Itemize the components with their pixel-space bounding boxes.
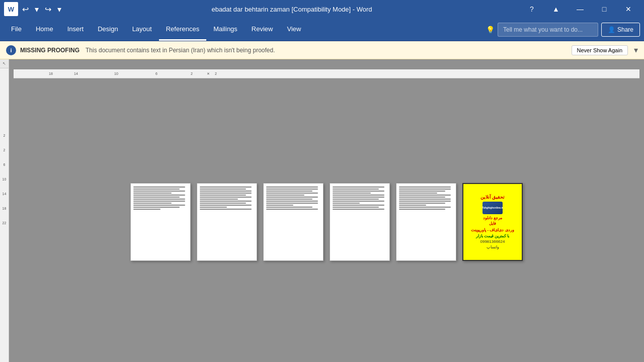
thumb-line: [133, 193, 172, 194]
ruler-corner: ↖: [0, 59, 9, 68]
thumb-line: [200, 195, 246, 196]
undo-dropdown-button[interactable]: ▾: [33, 2, 41, 16]
thumb-line: [133, 203, 172, 204]
search-input[interactable]: [498, 23, 598, 37]
thumb-line: [399, 199, 451, 200]
ribbon: File Home Insert Design Layout Reference…: [0, 18, 644, 41]
thumb-line: [133, 191, 185, 192]
thumb-line: [266, 187, 318, 188]
thumb-line: [333, 203, 360, 204]
thumb-line: [333, 197, 384, 198]
thumb-line: [399, 205, 426, 206]
ruler-v-2b: 2: [4, 148, 6, 152]
close-button[interactable]: ✕: [617, 0, 640, 18]
advert-content: تحقیق آنلاین Tahghighonline.ir مرجع دانل…: [465, 186, 520, 258]
tab-insert[interactable]: Insert: [60, 18, 91, 41]
thumb-line: [133, 189, 180, 190]
ruler-mark-10: 10: [111, 72, 121, 75]
title-bar-right: ? ▲ — □ ✕: [520, 0, 640, 18]
tab-design[interactable]: Design: [91, 18, 125, 41]
title-bar: W ↩ ▾ ↪ ▾ ebadat dar behtarin zaman [Com…: [0, 0, 644, 18]
thumb-line: [133, 209, 160, 210]
ruler-mark-18: 18: [46, 72, 56, 75]
thumb-line: [266, 197, 318, 198]
tab-review[interactable]: Review: [245, 18, 280, 41]
thumb-line: [133, 207, 180, 208]
horizontal-ruler: 18 14 10 6 2 ✕ 2: [14, 69, 639, 78]
thumb-line: [266, 189, 318, 190]
thumb-line: [200, 209, 252, 210]
tab-references[interactable]: References: [159, 18, 206, 41]
advert-phone: 09981366624: [480, 239, 505, 244]
thumb-line: [266, 205, 293, 206]
notification-close-button[interactable]: ▾: [634, 45, 638, 55]
page-1-thumbnail[interactable]: [130, 183, 191, 261]
thumb-line: [333, 201, 384, 202]
undo-button[interactable]: ↩: [20, 2, 31, 16]
advert-logo: Tahghighonline.ir: [482, 202, 503, 214]
thumb-line: [200, 187, 252, 188]
thumb-line: [333, 205, 384, 206]
thumb-line: [133, 197, 180, 198]
page-5-thumbnail[interactable]: [396, 183, 456, 261]
search-lightbulb-icon: 💡: [486, 26, 495, 34]
thumb-line: [399, 189, 451, 190]
word-icon: W: [4, 2, 18, 16]
tab-mailings[interactable]: Mailings: [206, 18, 245, 41]
ruler-v-6: 6: [4, 163, 6, 166]
thumb-line: [333, 193, 371, 194]
thumb-line: [333, 195, 384, 196]
thumb-line: [133, 201, 185, 202]
tab-view[interactable]: View: [280, 18, 308, 41]
notification-text: This document contains text in Persian (…: [86, 47, 275, 54]
page-3-thumbnail[interactable]: [263, 183, 324, 261]
thumb-line: [133, 195, 185, 196]
thumb-line: [266, 207, 312, 208]
thumb-line: [200, 197, 252, 198]
ruler-mark-2b: 2: [211, 72, 221, 75]
never-show-again-button[interactable]: Never Show Again: [572, 45, 628, 55]
ruler-mark-14: 14: [71, 72, 81, 75]
page-6-advertisement-thumbnail[interactable]: تحقیق آنلاین Tahghighonline.ir مرجع دانل…: [462, 183, 523, 261]
notification-title: MISSING PROOFING: [20, 47, 79, 54]
thumb-line: [266, 201, 318, 202]
ruler-zero-area: ✕ 2: [207, 72, 221, 76]
ruler-mark-2a: 2: [187, 72, 197, 75]
tab-file[interactable]: File: [4, 18, 29, 41]
ruler-v-22: 22: [3, 221, 7, 225]
thumb-line: [399, 195, 451, 196]
thumb-line: [200, 199, 238, 200]
thumb-line: [333, 199, 379, 200]
thumbnail-row: تحقیق آنلاین Tahghighonline.ir مرجع دانل…: [130, 183, 523, 261]
title-bar-left: W ↩ ▾ ↪ ▾: [4, 2, 63, 16]
thumb-line: [333, 209, 384, 210]
thumb-line: [399, 201, 451, 202]
thumb-line: [266, 203, 318, 204]
tab-layout[interactable]: Layout: [125, 18, 159, 41]
page-2-thumbnail[interactable]: [197, 183, 257, 261]
help-button[interactable]: ?: [520, 0, 543, 18]
thumb-line: [133, 199, 185, 200]
thumb-line: [133, 187, 185, 188]
thumb-line: [266, 209, 318, 210]
share-button[interactable]: 👤 Share: [601, 23, 640, 37]
tab-home[interactable]: Home: [29, 18, 60, 41]
ruler-v-14: 14: [3, 192, 7, 196]
page-4-thumbnail[interactable]: [330, 183, 390, 261]
notification-icon: i: [6, 45, 16, 55]
advert-desc: مرجع دانلود فایل: [483, 215, 502, 226]
ruler-v-2a: 2: [4, 134, 6, 137]
thumb-line: [200, 189, 246, 190]
document-area: ↖ 2 2 6 10 14 18 22 18 14 10 6 2 ✕ 2: [0, 59, 644, 362]
minimize-button[interactable]: —: [569, 0, 592, 18]
advert-contact: واتساپ: [487, 245, 499, 249]
advert-title-line1: تحقیق آنلاین: [480, 195, 505, 201]
redo-button[interactable]: ↪: [43, 2, 53, 16]
thumb-line: [200, 207, 227, 208]
maximize-button[interactable]: □: [593, 0, 616, 18]
ribbon-display-button[interactable]: ▲: [544, 0, 568, 18]
thumb-line: [399, 191, 445, 192]
customize-quick-access-button[interactable]: ▾: [55, 2, 63, 16]
thumb-line: [399, 193, 437, 194]
main-content: 18 14 10 6 2 ✕ 2: [9, 59, 644, 362]
